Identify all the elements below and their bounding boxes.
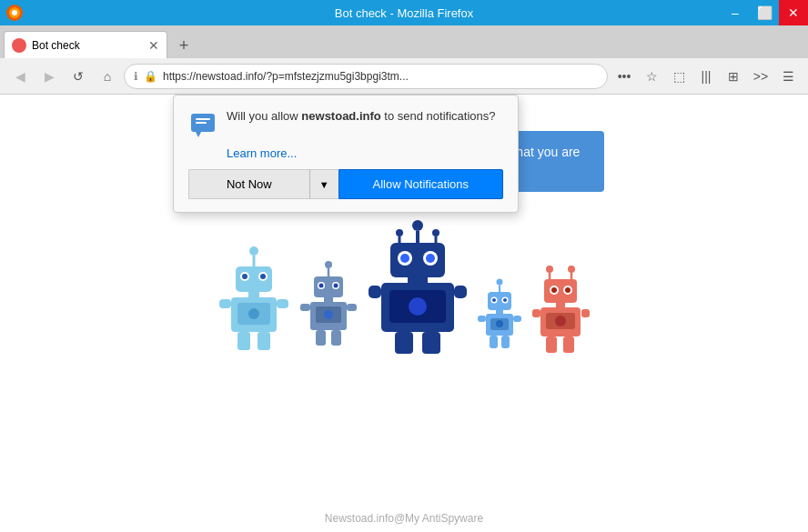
notification-text: Will you allow newstoad.info to send not… [227,108,496,125]
robot-dark-blue-large [368,219,468,356]
notification-site: newstoad.info [301,109,380,123]
svg-rect-55 [454,286,467,298]
notification-buttons: Not Now ▼ Allow Notifications [188,169,503,199]
svg-rect-63 [496,310,503,314]
svg-point-7 [249,246,258,256]
tab-close-button[interactable]: ✕ [148,38,159,53]
close-button[interactable]: ✕ [779,0,808,25]
svg-rect-84 [546,336,557,353]
svg-rect-14 [248,292,259,297]
svg-rect-54 [369,286,381,298]
svg-rect-86 [532,309,540,317]
svg-rect-68 [501,336,510,348]
bookmark-button[interactable]: ☆ [639,64,664,89]
window-title: Bot check - Mozilla Firefox [335,6,473,20]
footer-text: Newstoad.info@My AntiSpyware [325,512,483,525]
browser-tab[interactable]: Bot check ✕ [4,31,167,58]
firefox-logo [5,4,24,22]
svg-rect-52 [395,332,413,354]
svg-point-78 [551,287,557,293]
new-tab-button[interactable]: + [171,33,197,58]
more-button[interactable]: ••• [611,64,637,89]
info-icon: ℹ [134,70,138,83]
svg-point-2 [12,10,17,15]
svg-marker-4 [196,132,201,137]
svg-rect-36 [347,304,357,311]
forward-button[interactable]: ▶ [36,64,62,89]
svg-rect-5 [196,118,210,120]
svg-rect-48 [408,276,428,283]
address-bar[interactable]: ℹ 🔒 https://newstoad.info/?p=mfstezjzmu5… [124,64,608,89]
robot-steel-blue-small [299,260,359,356]
sidebar-button[interactable]: ||| [693,64,719,89]
back-button[interactable]: ◀ [7,64,33,89]
url-text: https://newstoad.info/?p=mfstezjzmu5gi3b… [163,70,598,83]
svg-rect-6 [196,122,207,124]
svg-rect-70 [513,316,521,322]
svg-point-39 [396,229,403,236]
learn-more-link[interactable]: Learn more... [227,146,503,160]
svg-point-37 [412,220,423,231]
not-now-dropdown-button[interactable]: ▼ [309,169,338,199]
robot-light-blue-tiny [477,278,522,356]
svg-point-17 [248,308,259,319]
tab-bar: Bot check ✕ + [0,25,808,58]
allow-notifications-button[interactable]: Allow Notifications [338,169,503,199]
home-button[interactable]: ⌂ [95,64,120,89]
robot-light-blue-medium [217,246,290,356]
svg-point-73 [568,266,575,273]
svg-point-56 [497,279,503,286]
svg-point-28 [334,284,338,288]
svg-rect-20 [219,299,231,308]
svg-rect-35 [300,304,310,311]
tab-favicon [12,38,26,53]
svg-rect-33 [316,330,326,346]
refresh-button[interactable]: ↺ [66,64,91,89]
minimize-button[interactable]: – [721,0,750,25]
not-now-button[interactable]: Not Now [188,169,309,199]
notification-chat-icon [188,110,217,139]
nav-extra-buttons: ••• ☆ ⬚ ||| ⊞ >> ☰ [611,64,801,89]
tab-label: Bot check [32,39,80,52]
svg-point-22 [325,261,332,268]
svg-point-46 [400,254,409,263]
svg-rect-21 [277,299,288,308]
svg-point-12 [242,274,247,279]
svg-rect-85 [563,336,574,353]
menu-button[interactable]: ☰ [775,64,801,89]
overflow-button[interactable]: >> [748,64,773,89]
svg-point-47 [426,254,435,263]
svg-point-32 [324,310,333,319]
notification-header: Will you allow newstoad.info to send not… [188,108,503,139]
svg-point-51 [409,297,427,316]
title-bar: Bot check - Mozilla Firefox – ⬜ ✕ [0,0,808,25]
svg-point-71 [546,266,553,273]
svg-rect-19 [258,332,270,350]
svg-rect-67 [490,336,498,348]
reader-button[interactable]: ⊞ [721,64,746,89]
svg-rect-53 [422,332,440,354]
robots-section [217,219,591,356]
svg-rect-87 [581,309,590,317]
svg-point-79 [565,287,571,293]
maximize-button[interactable]: ⬜ [750,0,779,25]
svg-point-61 [492,298,496,302]
svg-rect-34 [331,330,341,346]
svg-rect-69 [478,316,486,322]
nav-bar: ◀ ▶ ↺ ⌂ ℹ 🔒 https://newstoad.info/?p=mfs… [0,58,808,95]
lock-icon: 🔒 [144,70,157,83]
robot-pink-small [531,265,591,356]
window-controls: – ⬜ ✕ [721,0,808,25]
svg-point-41 [432,229,439,236]
svg-point-83 [555,316,566,326]
svg-point-62 [503,298,507,302]
svg-rect-80 [556,303,565,307]
notification-popup: Will you allow newstoad.info to send not… [173,95,519,213]
svg-point-13 [260,274,266,279]
collections-button[interactable]: ⬚ [666,64,692,89]
svg-point-27 [319,284,324,288]
svg-rect-18 [237,332,250,350]
svg-rect-29 [324,297,333,302]
svg-point-66 [496,320,503,327]
